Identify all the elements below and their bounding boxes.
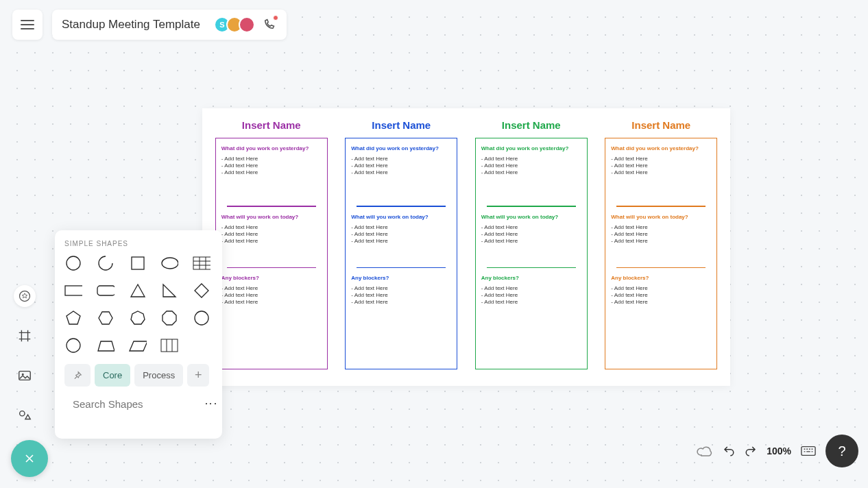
add-category-tab[interactable]: + [187, 364, 209, 387]
panel-title: SIMPLE SHAPES [64, 240, 213, 247]
bullet-item[interactable]: Add text Here [221, 231, 322, 237]
shapes-tool-button[interactable] [14, 285, 36, 307]
bullet-item[interactable]: Add text Here [221, 299, 322, 305]
shape-triangle[interactable] [129, 282, 147, 300]
help-button[interactable]: ? [825, 435, 858, 467]
bullet-item[interactable]: Add text Here [221, 285, 322, 291]
section-divider [357, 206, 446, 207]
bullet-item[interactable]: Add text Here [481, 231, 581, 237]
shapes-library-button[interactable] [14, 404, 36, 426]
bullet-item[interactable]: Add text Here [481, 285, 581, 291]
column-body[interactable]: What did you work on yesterday?Add text … [345, 138, 457, 369]
bullet-item[interactable]: Add text Here [611, 238, 711, 244]
bullet-item[interactable]: Add text Here [351, 224, 451, 230]
section-divider [487, 206, 576, 207]
call-button[interactable] [261, 16, 277, 33]
bullet-item[interactable]: Add text Here [611, 299, 711, 305]
bullet-item[interactable]: Add text Here [481, 299, 581, 305]
shape-rounded-rect[interactable] [97, 282, 114, 300]
shape-circle-alt[interactable] [193, 309, 210, 327]
zoom-level[interactable]: 100% [767, 446, 791, 456]
bullet-item[interactable]: Add text Here [221, 156, 322, 162]
shape-hexagon[interactable] [97, 309, 114, 327]
bullet-item[interactable]: Add text Here [611, 285, 711, 291]
column-title[interactable]: Insert Name [242, 119, 301, 131]
column-body[interactable]: What did you work on yesterday?Add text … [475, 138, 588, 369]
shape-ellipse[interactable] [160, 254, 178, 272]
image-tool-button[interactable] [14, 365, 36, 387]
column-title[interactable]: Insert Name [502, 119, 561, 131]
bullet-item[interactable]: Add text Here [611, 224, 711, 230]
shape-grid[interactable] [160, 337, 178, 354]
bullet-item[interactable]: Add text Here [221, 162, 322, 169]
core-tab[interactable]: Core [95, 364, 130, 387]
shape-rounded-poly[interactable] [64, 337, 82, 354]
shape-diamond[interactable] [193, 282, 210, 300]
bullet-item[interactable]: Add text Here [221, 238, 322, 244]
document-title-chip[interactable]: Standup Meeting Template S [52, 10, 287, 40]
standup-column[interactable]: Insert NameWhat did you work on yesterda… [340, 114, 462, 380]
column-body[interactable]: What did you work on yesterday?Add text … [605, 138, 717, 369]
redo-button[interactable] [745, 445, 757, 457]
collaborator-avatars: S [214, 16, 277, 33]
bullet-item[interactable]: Add text Here [351, 169, 451, 175]
bullet-item[interactable]: Add text Here [611, 292, 711, 298]
pin-tab[interactable] [64, 364, 91, 387]
bullet-item[interactable]: Add text Here [481, 238, 581, 244]
bullet-item[interactable]: Add text Here [481, 224, 581, 230]
bullet-item[interactable]: Add text Here [611, 169, 711, 175]
bullet-item[interactable]: Add text Here [221, 224, 322, 230]
process-tab[interactable]: Process [134, 364, 183, 387]
shape-square[interactable] [129, 254, 147, 272]
shape-search-input[interactable] [73, 398, 203, 410]
bullet-item[interactable]: Add text Here [351, 292, 451, 298]
close-panel-button[interactable] [11, 440, 48, 477]
bullet-item[interactable]: Add text Here [611, 162, 711, 169]
canvas-board[interactable]: Insert NameWhat did you work on yesterda… [202, 108, 730, 386]
bullet-item[interactable]: Add text Here [221, 169, 322, 175]
section-question: Any blockers? [351, 275, 451, 281]
svg-point-10 [195, 311, 208, 325]
shape-arc[interactable] [97, 254, 114, 272]
column-title[interactable]: Insert Name [372, 119, 431, 131]
cloud-sync-button[interactable] [697, 445, 713, 457]
shape-heptagon[interactable] [129, 309, 147, 327]
main-menu-button[interactable] [12, 10, 43, 40]
standup-column[interactable]: Insert NameWhat did you work on yesterda… [470, 114, 592, 380]
avatar[interactable] [239, 16, 255, 33]
bullet-list: Add text HereAdd text HereAdd text Here [611, 156, 711, 175]
bullet-item[interactable]: Add text Here [221, 292, 322, 298]
bullet-item[interactable]: Add text Here [351, 162, 451, 169]
bullet-item[interactable]: Add text Here [611, 231, 711, 237]
shape-octagon[interactable] [160, 309, 178, 327]
bullet-item[interactable]: Add text Here [481, 292, 581, 298]
bullet-item[interactable]: Add text Here [351, 299, 451, 305]
bullet-item[interactable]: Add text Here [351, 238, 451, 244]
bullet-item[interactable]: Add text Here [481, 162, 581, 169]
shape-rectangle[interactable] [64, 282, 82, 300]
bullet-item[interactable]: Add text Here [481, 169, 581, 175]
bullet-item[interactable]: Add text Here [481, 156, 581, 162]
column-title[interactable]: Insert Name [631, 119, 690, 131]
frame-tool-button[interactable] [14, 325, 36, 347]
column-body[interactable]: What did you work on yesterday?Add text … [215, 138, 328, 369]
phone-icon [263, 19, 275, 31]
bullet-item[interactable]: Add text Here [611, 156, 711, 162]
standup-column[interactable]: Insert NameWhat did you work on yesterda… [210, 114, 333, 380]
shape-parallelogram[interactable] [129, 337, 147, 354]
bullet-item[interactable]: Add text Here [351, 285, 451, 291]
shape-table[interactable] [193, 254, 210, 272]
undo-button[interactable] [723, 445, 735, 457]
bullet-list: Add text HereAdd text HereAdd text Here [351, 224, 451, 244]
shape-circle[interactable] [64, 254, 82, 272]
shape-trapezoid[interactable] [97, 337, 114, 354]
keyboard-icon [801, 446, 816, 456]
bullet-item[interactable]: Add text Here [351, 156, 451, 162]
bullet-item[interactable]: Add text Here [351, 231, 451, 237]
shape-right-triangle[interactable] [160, 282, 178, 300]
shape-pentagon[interactable] [64, 309, 82, 327]
keyboard-shortcuts-button[interactable] [801, 446, 816, 456]
more-options-button[interactable]: ⋮ [208, 398, 213, 410]
standup-column[interactable]: Insert NameWhat did you work on yesterda… [600, 114, 722, 380]
pin-icon [73, 371, 82, 380]
